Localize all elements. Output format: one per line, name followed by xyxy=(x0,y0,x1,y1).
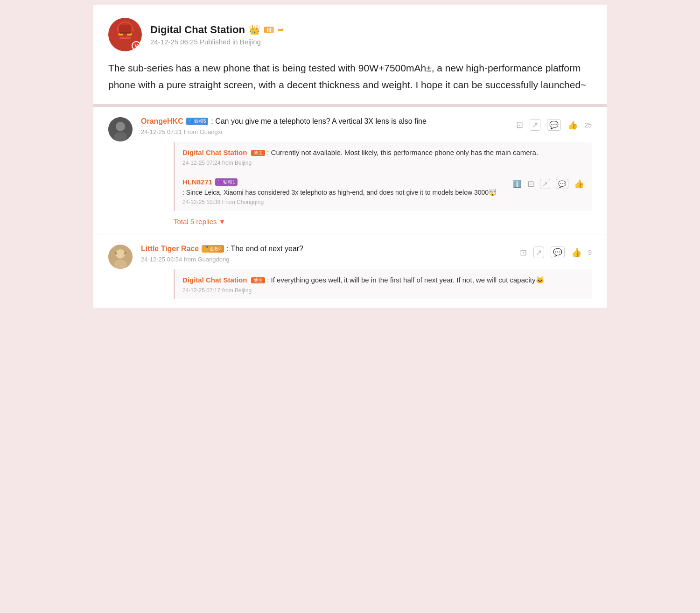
author-avatar: V xyxy=(108,18,142,51)
verified-badge: V xyxy=(132,41,141,50)
svg-rect-5 xyxy=(119,37,131,39)
comment-1-text: : Can you give me a telephoto lens? A ve… xyxy=(211,117,427,126)
reply-2-1-time: 24-12-25 07:17 from Beijing xyxy=(182,287,584,294)
like-icon[interactable]: 👍 xyxy=(567,120,578,130)
svg-point-14 xyxy=(114,260,127,269)
comment-block-2: Little Tiger Race 🏅金粉3 : The end of next… xyxy=(93,234,607,308)
reply-2-1-author[interactable]: Digital Chat Station xyxy=(182,276,247,284)
like-icon-2[interactable]: 👍 xyxy=(574,179,584,189)
reply-2-1: Digital Chat Station 博主 : If everything … xyxy=(182,276,584,294)
reply-1-1-author[interactable]: Digital Chat Station xyxy=(182,148,247,156)
total-replies-text: Total 5 replies xyxy=(174,218,217,225)
total-replies-link[interactable]: Total 5 replies ▼ xyxy=(174,218,592,225)
reply-1-2-content: HLN8271 💜钻粉1 : Since Leica, Xiaomi has c… xyxy=(182,178,513,205)
arrow-icon: ➡ xyxy=(278,25,284,34)
comment-icon-2[interactable]: 💬 xyxy=(556,179,568,189)
comment-2-replies: Digital Chat Station 博主 : If everything … xyxy=(174,269,592,299)
svg-rect-7 xyxy=(119,25,132,32)
reply-1-2: HLN8271 💜钻粉1 : Since Leica, Xiaomi has c… xyxy=(182,178,584,205)
reply-1-2-text: : Since Leica, Xiaomi has considered 3x … xyxy=(182,189,497,196)
comment-2-text: : The end of next year? xyxy=(227,245,303,253)
post-header: V Digital Chat Station 👑 III ➡ 24-12-25 … xyxy=(108,18,592,51)
comment-1-text-area: OrangeHKC 🔷铁粉5 : Can you give me a telep… xyxy=(141,117,427,135)
share-icon[interactable]: ↗ xyxy=(530,119,540,131)
warning-icon[interactable]: ℹ️ xyxy=(513,180,522,188)
comment-2-time: 24-12-25 06:54 from Guangdong xyxy=(141,256,303,263)
comment-2-content: Little Tiger Race 🏅金粉3 : The end of next… xyxy=(141,245,592,299)
comment-icon[interactable]: 💬 xyxy=(547,119,561,131)
repost-icon[interactable]: ⊡ xyxy=(516,120,523,130)
comment-2-avatar xyxy=(108,245,133,269)
comment-1-actions: ⊡ ↗ 💬 👍 25 xyxy=(516,117,592,131)
reply-2-1-host-badge: 博主 xyxy=(251,277,265,283)
share-icon-3[interactable]: ↗ xyxy=(533,247,544,258)
comment-1-replies: Digital Chat Station 博主 : Currently not … xyxy=(174,142,592,211)
comment-2-fan-badge: 🏅金粉3 xyxy=(202,245,224,253)
svg-point-13 xyxy=(116,249,125,259)
comment-1-author[interactable]: OrangeHKC xyxy=(141,117,183,126)
comment-1-time: 24-12-25 07:21 From Guangxi xyxy=(141,128,427,135)
main-card: V Digital Chat Station 👑 III ➡ 24-12-25 … xyxy=(93,5,607,308)
reply-1-1: Digital Chat Station 博主 : Currently not … xyxy=(182,148,584,166)
reply-1-1-host-badge: 博主 xyxy=(251,150,265,156)
post-author-name: Digital Chat Station xyxy=(150,24,245,36)
svg-point-10 xyxy=(116,122,125,131)
author-name-line: Digital Chat Station 👑 III ➡ xyxy=(150,24,284,36)
reply-2-1-text: : If everything goes well, it will be in… xyxy=(267,276,544,284)
comment-2-actions: ⊡ ↗ 💬 👍 9 xyxy=(520,245,592,258)
original-post: V Digital Chat Station 👑 III ➡ 24-12-25 … xyxy=(93,5,607,104)
comment-2-likes: 9 xyxy=(588,249,592,256)
comment-1-fan-badge: 🔷铁粉5 xyxy=(186,118,209,125)
comment-1-content: OrangeHKC 🔷铁粉5 : Can you give me a telep… xyxy=(141,117,592,225)
post-timestamp: 24-12-25 06:25 Published in Beijing xyxy=(150,38,284,46)
reply-1-2-author[interactable]: HLN8271 xyxy=(182,178,212,186)
repost-icon-2[interactable]: ⊡ xyxy=(527,179,534,189)
comments-section: OrangeHKC 🔷铁粉5 : Can you give me a telep… xyxy=(93,107,607,308)
reply-separator xyxy=(182,172,584,172)
share-icon-2[interactable]: ↗ xyxy=(540,179,550,189)
reply-1-2-time: 24-12-25 10:38 From Chongqing xyxy=(182,199,513,205)
reply-1-2-badge: 💜钻粉1 xyxy=(215,178,238,186)
chevron-down-icon: ▼ xyxy=(219,218,226,225)
avatar-image: V xyxy=(108,18,142,51)
level-badge: III xyxy=(264,27,274,33)
comment-2-text-area: Little Tiger Race 🏅金粉3 : The end of next… xyxy=(141,245,303,263)
repost-icon-3[interactable]: ⊡ xyxy=(520,247,527,258)
post-meta: Digital Chat Station 👑 III ➡ 24-12-25 06… xyxy=(150,24,284,46)
post-body: The sub-series has a new phone that is b… xyxy=(108,60,592,93)
comment-1-likes: 25 xyxy=(584,121,592,129)
like-icon-3[interactable]: 👍 xyxy=(571,247,581,258)
crown-icon: 👑 xyxy=(249,24,260,35)
reply-1-2-actions: ℹ️ ⊡ ↗ 💬 👍 xyxy=(513,178,584,189)
comment-1-avatar xyxy=(108,117,133,141)
reply-1-1-time: 24-12-25 07:24 from Beijing xyxy=(182,160,584,166)
reply-1-1-text: : Currently not available. Most likely, … xyxy=(267,148,538,156)
comment-icon-3[interactable]: 💬 xyxy=(551,247,565,258)
comment-block-1: OrangeHKC 🔷铁粉5 : Can you give me a telep… xyxy=(93,107,607,234)
svg-point-11 xyxy=(114,132,127,141)
comment-2-author[interactable]: Little Tiger Race xyxy=(141,245,199,253)
svg-rect-8 xyxy=(119,32,131,34)
